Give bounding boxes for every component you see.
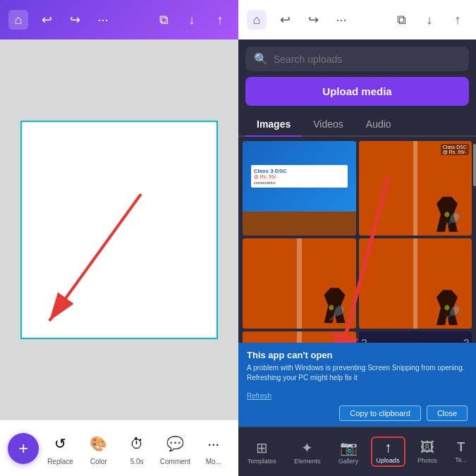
- templates-label: Templates: [248, 458, 276, 465]
- upload-media-button[interactable]: Upload media: [245, 77, 469, 106]
- more-items-icon: ···: [201, 431, 226, 456]
- player-silhouette-2: [324, 288, 346, 323]
- color-icon: 🎨: [86, 431, 111, 456]
- right-more-icon[interactable]: ···: [331, 10, 351, 30]
- elements-label: Elements: [294, 458, 321, 465]
- text-label: Te...: [455, 456, 467, 463]
- tabs-bar: Images Videos Audio: [238, 113, 476, 137]
- replace-icon: ↺: [47, 431, 73, 456]
- color-button[interactable]: 🎨 Color: [82, 431, 116, 465]
- error-body: A problem with Windows is preventing Scr…: [247, 363, 468, 383]
- tab-videos[interactable]: Videos: [302, 113, 355, 137]
- list-item[interactable]: Class 3 DSC @ Rs. 99/- consectetur: [243, 141, 356, 236]
- photos-label: Photos: [417, 457, 437, 464]
- comment-label: Comment: [160, 458, 190, 465]
- sidebar-item-templates[interactable]: ⊞ Templates: [242, 437, 282, 468]
- duration-icon: ⏱: [124, 431, 149, 456]
- more-label: Mo...: [206, 458, 221, 465]
- download-icon[interactable]: ↓: [182, 10, 202, 30]
- duration-label: 5.0s: [130, 458, 144, 465]
- right-toolbar: ⌂ ↩ ↪ ··· ⧉ ↓ ↑: [238, 0, 476, 39]
- list-item[interactable]: Class DSC@ Rs. 99/-: [359, 141, 472, 236]
- list-item[interactable]: [359, 238, 472, 329]
- close-error-button[interactable]: Close: [427, 405, 468, 421]
- left-bottom-bar: + ↺ Replace 🎨 Color ⏱ 5.0s 💬 Comment ···…: [0, 420, 238, 476]
- tab-audio[interactable]: Audio: [355, 113, 403, 137]
- comment-button[interactable]: 💬 Comment: [158, 431, 192, 465]
- gallery-icon: 📷: [340, 439, 358, 456]
- left-panel: ⌂ ↩ ↪ ··· ⧉ ↓ ↑ + ↺ Replace 🎨 Color: [0, 0, 238, 476]
- list-item[interactable]: [243, 238, 356, 329]
- error-title: This app can't open: [247, 350, 468, 360]
- undo-icon[interactable]: ↩: [37, 10, 56, 30]
- right-layers-icon[interactable]: ⧉: [391, 10, 411, 30]
- right-panel: ⌂ ↩ ↪ ··· ⧉ ↓ ↑ 🔍 Upload media Images Vi…: [238, 0, 476, 476]
- copy-to-clipboard-button[interactable]: Copy to clipboard: [339, 405, 421, 421]
- canvas: [20, 121, 218, 339]
- share-icon[interactable]: ↑: [210, 10, 230, 30]
- right-content: 🔍 Upload media Images Videos Audio Class…: [238, 39, 476, 476]
- redo-icon[interactable]: ↪: [65, 10, 85, 30]
- search-icon: 🔍: [254, 52, 268, 66]
- tennis-thumbnail-2: [243, 238, 356, 329]
- uploads-label: Uploads: [377, 457, 400, 464]
- sidebar-item-elements[interactable]: ✦ Elements: [288, 437, 327, 468]
- duration-button[interactable]: ⏱ 5.0s: [120, 431, 154, 465]
- images-grid: Class 3 DSC @ Rs. 99/- consectetur Class…: [238, 137, 476, 427]
- player-silhouette: [437, 197, 458, 232]
- comment-icon: 💬: [162, 431, 188, 456]
- sidebar-item-text[interactable]: T Te...: [449, 437, 472, 466]
- sidebar-item-uploads[interactable]: ↑ Uploads: [371, 437, 405, 467]
- add-button[interactable]: +: [8, 433, 39, 464]
- replace-label: Replace: [47, 458, 73, 465]
- color-label: Color: [90, 458, 107, 465]
- uploads-icon: ↑: [384, 439, 391, 456]
- tab-images[interactable]: Images: [245, 113, 302, 137]
- sidebar-item-photos[interactable]: 🖼 Photos: [412, 437, 443, 467]
- player-silhouette-3: [437, 290, 458, 325]
- gallery-label: Gallery: [338, 458, 359, 465]
- templates-icon: ⊞: [256, 439, 268, 456]
- text-icon: T: [457, 440, 465, 455]
- right-undo-icon[interactable]: ↩: [275, 10, 295, 30]
- photos-icon: 🖼: [420, 439, 434, 456]
- right-bottom-bar: ⊞ Templates ✦ Elements 📷 Gallery ↑ Uploa…: [238, 427, 476, 476]
- replace-button[interactable]: ↺ Replace: [43, 431, 77, 465]
- elements-icon: ✦: [301, 439, 313, 456]
- scroll-indicator: [473, 144, 476, 186]
- layers-icon[interactable]: ⧉: [154, 10, 173, 30]
- tennis-thumbnail-3: [359, 238, 472, 329]
- home-icon[interactable]: ⌂: [8, 10, 28, 30]
- flyer-thumbnail: Class 3 DSC @ Rs. 99/- consectetur: [243, 141, 356, 212]
- more-button[interactable]: ··· Mo...: [197, 431, 231, 465]
- right-home-icon[interactable]: ⌂: [247, 10, 267, 30]
- tennis-thumbnail-1: Class DSC@ Rs. 99/-: [359, 141, 472, 236]
- left-canvas-area: [0, 39, 238, 420]
- error-dialog: This app can't open A problem with Windo…: [238, 343, 476, 427]
- left-toolbar: ⌂ ↩ ↪ ··· ⧉ ↓ ↑: [0, 0, 238, 39]
- error-refresh-link[interactable]: Refresh: [247, 392, 271, 400]
- right-redo-icon[interactable]: ↪: [303, 10, 323, 30]
- right-share-icon[interactable]: ↑: [448, 10, 468, 30]
- search-bar[interactable]: 🔍: [245, 47, 469, 71]
- more-icon[interactable]: ···: [93, 10, 113, 30]
- search-input[interactable]: [274, 54, 460, 65]
- sidebar-item-gallery[interactable]: 📷 Gallery: [333, 437, 365, 468]
- error-buttons: Copy to clipboard Close: [247, 405, 468, 421]
- right-download-icon[interactable]: ↓: [420, 10, 439, 30]
